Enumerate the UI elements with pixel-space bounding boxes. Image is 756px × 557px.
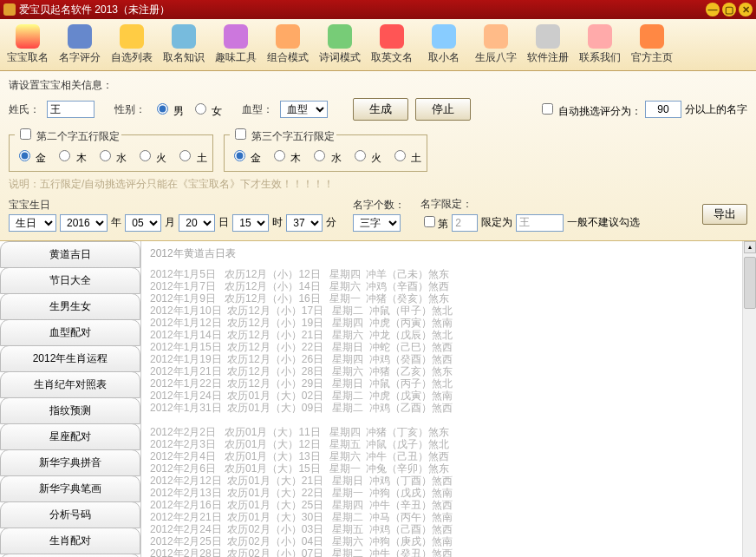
toolbar-item-7[interactable]: 取英文名 <box>366 23 418 67</box>
wx-opt-火[interactable]: 火 <box>350 147 381 166</box>
toolbar-icon <box>120 24 144 49</box>
list-line: 2012年1月31日 农历01月（大）09日 星期二 冲鸡（乙酉）煞西 <box>150 402 747 414</box>
sidebar-tab-9[interactable]: 新华字典笔画 <box>0 475 140 502</box>
sidebar-tab-2[interactable]: 生男生女 <box>0 293 140 320</box>
sidebar-tab-5[interactable]: 生肖纪年对照表 <box>0 371 140 398</box>
toolbar-label: 联系我们 <box>574 50 626 65</box>
birth-hour[interactable]: 15 <box>232 214 269 232</box>
sidebar-tab-0[interactable]: 黄道吉日 <box>0 241 140 268</box>
wx-group-3: 第三个字五行限定 金 木 水 火 土 <box>224 126 428 172</box>
wx-opt-土[interactable]: 土 <box>175 147 206 166</box>
toolbar-label: 宝宝取名 <box>2 50 54 65</box>
list-line: 2012年2月24日 农历02月（小）03日 星期五 冲鸡（己酉）煞西 <box>150 523 747 535</box>
wx3-check[interactable]: 第三个字五行限定 <box>231 130 335 142</box>
limit-label: 名字限定： <box>420 197 640 212</box>
toolbar-icon <box>484 24 508 49</box>
list-line: 2012年2月2日 农历01月（大）11日 星期四 冲猪（丁亥）煞东 <box>150 426 747 438</box>
maximize-button[interactable]: ▢ <box>722 3 736 16</box>
wx2-check[interactable]: 第二个字五行限定 <box>16 130 120 142</box>
minimize-button[interactable]: — <box>706 3 720 16</box>
title: 爱宝贝起名软件 2013（未注册） <box>19 3 170 17</box>
toolbar-label: 名字评分 <box>54 50 106 65</box>
toolbar-item-0[interactable]: 宝宝取名 <box>2 23 54 67</box>
wx-opt-火[interactable]: 火 <box>135 147 166 166</box>
toolbar-item-5[interactable]: 组合模式 <box>262 23 314 67</box>
sidebar-tab-3[interactable]: 血型配对 <box>0 319 140 346</box>
toolbar-label: 取英文名 <box>366 50 418 65</box>
sidebar-tab-6[interactable]: 指纹预测 <box>0 397 140 424</box>
toolbar-item-3[interactable]: 取名知识 <box>158 23 210 67</box>
scrollbar[interactable]: ▴ ▾ <box>742 241 756 557</box>
list-line: 2012年2月21日 农历01月（大）30日 星期二 冲马（丙午）煞南 <box>150 511 747 523</box>
wx-opt-水[interactable]: 水 <box>95 147 127 166</box>
list-line: 2012年1月19日 农历12月（小）26日 星期四 冲鸡（癸酉）煞西 <box>150 353 747 365</box>
list-line: 2012年1月21日 农历12月（小）28日 星期六 冲猪（乙亥）煞东 <box>150 365 747 377</box>
generate-button[interactable]: 生成 <box>353 98 408 121</box>
toolbar-icon <box>68 24 92 49</box>
blood-label: 血型： <box>242 102 273 117</box>
surname-input[interactable] <box>47 101 94 118</box>
toolbar-label: 取名知识 <box>158 50 210 65</box>
sidebar-tab-10[interactable]: 分析号码 <box>0 501 140 528</box>
sidebar-tab-4[interactable]: 2012年生肖运程 <box>0 345 140 372</box>
gender-male[interactable]: 男 <box>153 101 184 119</box>
count-select[interactable]: 三字 <box>353 214 401 232</box>
toolbar-item-12[interactable]: 官方主页 <box>626 23 678 67</box>
stop-button[interactable]: 停止 <box>415 98 471 121</box>
sidebar: 黄道吉日节日大全生男生女血型配对2012年生肖运程生肖纪年对照表指纹预测星座配对… <box>0 241 140 557</box>
toolbar-item-1[interactable]: 名字评分 <box>54 23 106 67</box>
wx-opt-木[interactable]: 木 <box>270 147 301 166</box>
birth-mode[interactable]: 生日 <box>9 214 56 232</box>
limit-check[interactable]: 第 <box>420 213 448 232</box>
toolbar-icon <box>16 24 40 49</box>
birth-min[interactable]: 37 <box>286 214 323 232</box>
sidebar-tab-11[interactable]: 生肖配对 <box>0 528 140 554</box>
wx-opt-水[interactable]: 水 <box>310 147 341 166</box>
toolbar-icon <box>640 24 664 49</box>
toolbar-item-2[interactable]: 自选列表 <box>106 23 158 67</box>
toolbar-item-8[interactable]: 取小名 <box>418 23 470 67</box>
toolbar-label: 趣味工具 <box>210 50 262 65</box>
wx-opt-土[interactable]: 土 <box>390 147 421 166</box>
toolbar-label: 取小名 <box>418 50 470 65</box>
list-line: 2012年1月22日 农历12月（小）29日 星期日 冲鼠（丙子）煞北 <box>150 377 747 390</box>
toolbar-item-9[interactable]: 生辰八字 <box>470 23 522 67</box>
limit-num <box>452 214 478 232</box>
birth-day[interactable]: 20 <box>179 214 215 232</box>
auto-pick-check[interactable]: 自动挑选评分为： <box>538 101 642 119</box>
toolbar-item-10[interactable]: 软件注册 <box>522 23 574 67</box>
list-line: 2012年2月16日 农历01月（大）25日 星期四 冲牛（辛丑）煞西 <box>150 499 747 511</box>
wx-hint: 说明：五行限定/自动挑选评分只能在《宝宝取名》下才生效！！！！！ <box>9 177 334 192</box>
surname-label: 姓氏： <box>9 102 40 117</box>
list-line: 2012年1月12日 农历12月（小）19日 星期四 冲虎（丙寅）煞南 <box>150 317 747 329</box>
birth-month[interactable]: 05 <box>125 214 161 232</box>
scroll-up[interactable]: ▴ <box>744 241 756 253</box>
toolbar-icon <box>328 24 352 49</box>
sidebar-tab-12[interactable]: 姓氏起源 <box>0 554 140 557</box>
scroll-thumb[interactable] <box>744 257 756 309</box>
toolbar-item-11[interactable]: 联系我们 <box>574 23 626 67</box>
blood-select[interactable]: 血型 <box>280 101 328 118</box>
auto-score-input[interactable] <box>645 101 681 118</box>
list-line: 2012年1月9日 农历12月（小）16日 星期一 冲猪（癸亥）煞东 <box>150 292 747 305</box>
wx-opt-木[interactable]: 木 <box>55 147 86 166</box>
toolbar-icon <box>224 24 248 49</box>
content-title: 2012年黄道吉日表 <box>150 246 747 261</box>
sidebar-tab-8[interactable]: 新华字典拼音 <box>0 449 140 476</box>
limit-char <box>516 214 564 232</box>
toolbar-item-4[interactable]: 趣味工具 <box>210 23 262 67</box>
sidebar-tab-7[interactable]: 星座配对 <box>0 423 140 450</box>
settings-panel: 请设置宝宝相关信息： 姓氏： 性别： 男 女 血型： 血型 生成 停止 自动挑选… <box>0 71 756 241</box>
toolbar-item-6[interactable]: 诗词模式 <box>314 23 366 67</box>
gender-female[interactable]: 女 <box>191 101 222 119</box>
wx-opt-金[interactable]: 金 <box>15 147 46 166</box>
birth-year[interactable]: 2016 <box>60 214 108 232</box>
toolbar-label: 软件注册 <box>522 50 574 65</box>
list-line: 2012年2月6日 农历01月（大）15日 星期一 冲兔（辛卯）煞东 <box>150 462 747 475</box>
close-button[interactable]: ✕ <box>739 3 753 16</box>
toolbar: 宝宝取名名字评分自选列表取名知识趣味工具组合模式诗词模式取英文名取小名生辰八字软… <box>0 19 756 71</box>
list-line: 2012年1月5日 农历12月（小）12日 星期四 冲羊（己未）煞东 <box>150 268 747 280</box>
export-button[interactable]: 导出 <box>702 204 747 225</box>
sidebar-tab-1[interactable]: 节日大全 <box>0 267 140 294</box>
wx-opt-金[interactable]: 金 <box>230 147 261 166</box>
